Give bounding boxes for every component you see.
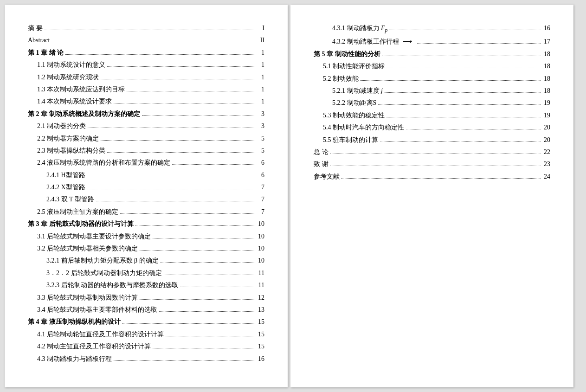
toc-label: 第 1 章 绪 论 [28,48,64,58]
toc-entry: 2.2 制动器方案的确定5 [28,134,264,144]
toc-entry: 3.2.1 前后轴制动力矩分配系数 β 的确定10 [28,256,264,266]
toc-page: 12 [257,293,264,303]
toc-page: 17 [543,37,550,47]
toc-entry: 1.2 制动系统研究现状1 [28,72,264,83]
toc-dots [330,154,541,154]
toc-label: 4.3 制动踏板力与踏板行程 [37,354,112,364]
toc-entry: 2.5 液压制动主缸方案的确定7 [28,207,264,217]
toc-label: 2.4 液压制动系统管路的分析和布置方案的确定 [37,158,170,168]
toc-dots [417,43,541,44]
toc-page: 19 [543,98,550,108]
toc-page: 6 [257,158,264,168]
toc-entry: 参考文献24 [314,172,550,182]
toc-label: 参考文献 [314,172,340,182]
toc-dots [164,275,256,275]
toc-dots [96,201,255,201]
toc-dots [386,117,541,117]
toc-dots [120,213,255,214]
toc-entry: 3.4 后轮鼓式制动器主要零部件材料的选取13 [28,305,264,315]
toc-page: 20 [543,135,550,145]
toc-dots [406,129,541,129]
toc-label: 1.4 本次制动系统设计要求 [37,96,112,107]
toc-label: 3.1 后轮鼓式制动器主要设计参数的确定 [37,231,151,242]
toc-label: 5.2.1 制动减速度 j [332,86,383,96]
toc-entry: 3.2.3 后轮制动器的结构参数与摩擦系数的选取11 [28,280,264,290]
toc-page: 20 [543,122,550,133]
toc-dots [378,104,541,105]
toc-label: 4.3.2 制动踏板工作行程 ⟶— [332,37,415,47]
toc-page: 10 [257,256,264,266]
toc-label: 3.3 后轮鼓式制动器制动因数的计算 [37,293,138,303]
toc-dots [52,42,255,42]
toc-entry: 4.3 制动踏板力与踏板行程16 [28,354,264,364]
toc-dots [87,177,255,177]
toc-page: 15 [257,329,264,340]
toc-page: 16 [543,23,550,33]
toc-label: 2.4.3 双 T 型管路 [46,194,94,205]
toc-page: 18 [543,74,550,84]
toc-dots [386,68,541,68]
toc-dots [114,360,255,361]
toc-label: 2.4.1 H型管路 [46,170,85,180]
toc-entry: 2.3 制动器操纵结构分类5 [28,146,264,156]
right-toc: 4.3.1 制动踏板力 Fp164.3.2 制动踏板工作行程 ⟶—17第 5 章… [314,23,550,182]
toc-page: 7 [257,194,264,205]
toc-dots [140,250,255,251]
toc-label: 3.2.1 前后轴制动力矩分配系数 β 的确定 [46,256,159,266]
toc-label: 3．2．2 后轮鼓式制动器制动力矩的确定 [46,268,162,278]
toc-page: II [257,35,264,45]
toc-entry: 5.2 制动效能18 [314,74,550,84]
toc-dots [180,287,256,287]
toc-dots [88,128,255,128]
toc-dots [114,103,255,103]
toc-page: 1 [257,72,264,83]
toc-page: 5 [257,146,264,156]
toc-dots [166,336,255,336]
toc-label: 总 论 [314,147,328,157]
toc-label: 5.4 制动时汽车的方向稳定性 [323,122,404,133]
toc-dots [361,80,541,81]
toc-dots [101,140,255,141]
left-page: 摘 要IAbstractII第 1 章 绪 论11.1 制动系统设计的意义11.… [5,5,288,387]
right-page: 4.3.1 制动踏板力 Fp164.3.2 制动踏板工作行程 ⟶—17第 5 章… [290,5,573,387]
toc-label: 2.5 液压制动主缸方案的确定 [37,207,118,217]
toc-dots [161,262,255,263]
toc-entry: 第 1 章 绪 论1 [28,48,264,58]
toc-page: I [257,23,264,33]
left-toc: 摘 要IAbstractII第 1 章 绪 论11.1 制动系统设计的意义11.… [28,23,264,364]
toc-label: 第 2 章 制动系统概述及制动方案的确定 [28,109,140,119]
toc-page: 13 [257,305,264,315]
toc-entry: 2.4.2 X型管路7 [28,182,264,193]
toc-dots [127,91,255,91]
toc-page: 18 [543,61,550,71]
toc-page: 16 [257,354,264,364]
toc-dots [65,54,255,55]
pages-container: 摘 要IAbstractII第 1 章 绪 论11.1 制动系统设计的意义11.… [0,0,586,392]
toc-entry: 致 谢23 [314,159,550,169]
toc-page: 24 [543,172,550,182]
toc-label: 1.2 制动系统研究现状 [37,72,99,83]
toc-entry: 4.1 后轮制动轮缸直径及工作容积的设计计算15 [28,329,264,340]
toc-page: 3 [257,109,264,119]
toc-entry: 1.1 制动系统设计的意义1 [28,60,264,70]
toc-page: 19 [543,110,550,121]
toc-entry: 总 论22 [314,147,550,157]
toc-label: 2.3 制动器操纵结构分类 [37,146,105,156]
toc-label: 第 3 章 后轮鼓式制动器的设计与计算 [28,219,134,229]
toc-page: 23 [543,159,550,169]
toc-entry: 3.2 后轮鼓式制动器相关参数的确定10 [28,244,264,254]
toc-page: 10 [257,231,264,242]
toc-entry: 第 2 章 制动系统概述及制动方案的确定3 [28,109,264,119]
toc-label: 5.3 制动效能的稳定性 [323,110,385,121]
toc-label: 2.2 制动器方案的确定 [37,134,99,144]
toc-label: 5.5 驻车制动的计算 [323,135,378,145]
toc-label: 1.1 制动系统设计的意义 [37,60,105,70]
toc-dots [45,30,256,30]
toc-page: 18 [543,86,550,96]
toc-entry: 2.4.3 双 T 型管路7 [28,194,264,205]
toc-entry: 第 5 章 制动性能的分析18 [314,49,550,59]
toc-dots [101,79,255,79]
toc-label: 5.1 制动性能评价指标 [323,61,385,71]
toc-dots [107,152,255,153]
toc-label: 4.3.1 制动踏板力 Fp [332,23,387,35]
